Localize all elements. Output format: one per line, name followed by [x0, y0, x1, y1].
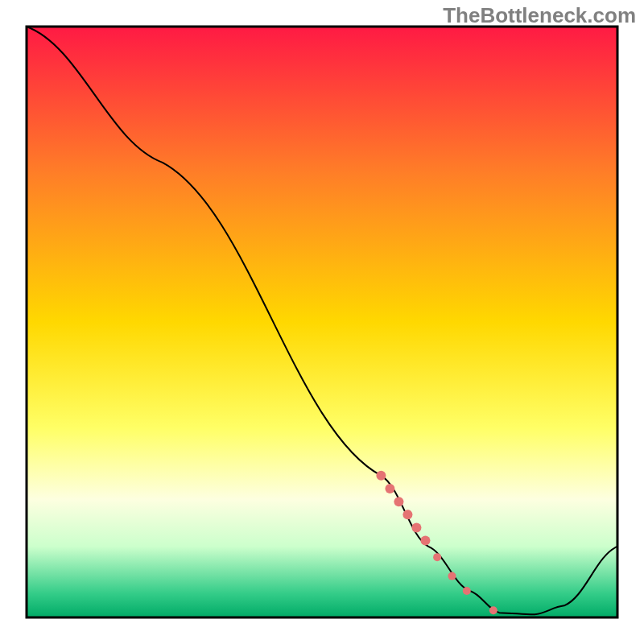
- data-point: [420, 536, 430, 546]
- chart-container: TheBottleneck.com: [0, 0, 644, 644]
- bottleneck-chart: [0, 0, 644, 644]
- data-point: [433, 553, 441, 561]
- data-point: [394, 497, 403, 506]
- data-point: [402, 510, 412, 519]
- data-point: [411, 522, 421, 532]
- data-point: [463, 587, 471, 595]
- watermark-text: TheBottleneck.com: [443, 3, 636, 28]
- gradient-background: [27, 27, 617, 617]
- data-point: [376, 471, 386, 481]
- data-point: [385, 484, 394, 493]
- data-point: [489, 606, 497, 614]
- data-point: [448, 572, 456, 580]
